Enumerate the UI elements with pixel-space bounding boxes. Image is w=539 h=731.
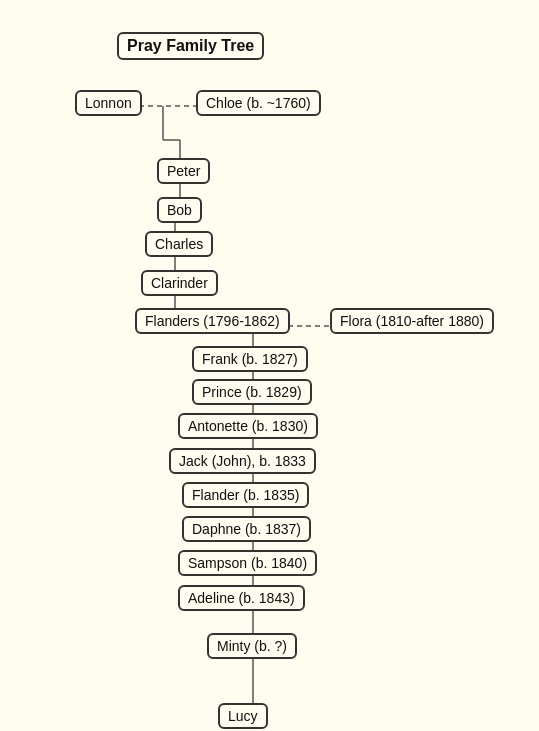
node-flora[interactable]: Flora (1810-after 1880) [330,308,494,334]
node-frank[interactable]: Frank (b. 1827) [192,346,308,372]
node-antonette[interactable]: Antonette (b. 1830) [178,413,318,439]
node-sampson[interactable]: Sampson (b. 1840) [178,550,317,576]
tree-container: Pray Family Tree Lonnon Chloe (b. ~1760)… [0,0,539,731]
node-flanders[interactable]: Flanders (1796-1862) [135,308,290,334]
tree-title: Pray Family Tree [117,32,264,60]
node-flander2[interactable]: Flander (b. 1835) [182,482,309,508]
node-clarinder[interactable]: Clarinder [141,270,218,296]
node-peter[interactable]: Peter [157,158,210,184]
node-charles[interactable]: Charles [145,231,213,257]
node-daphne[interactable]: Daphne (b. 1837) [182,516,311,542]
node-lonnon[interactable]: Lonnon [75,90,142,116]
node-minty[interactable]: Minty (b. ?) [207,633,297,659]
node-chloe[interactable]: Chloe (b. ~1760) [196,90,321,116]
node-jack[interactable]: Jack (John), b. 1833 [169,448,316,474]
node-bob[interactable]: Bob [157,197,202,223]
node-lucy[interactable]: Lucy [218,703,268,729]
node-prince[interactable]: Prince (b. 1829) [192,379,312,405]
node-adeline[interactable]: Adeline (b. 1843) [178,585,305,611]
